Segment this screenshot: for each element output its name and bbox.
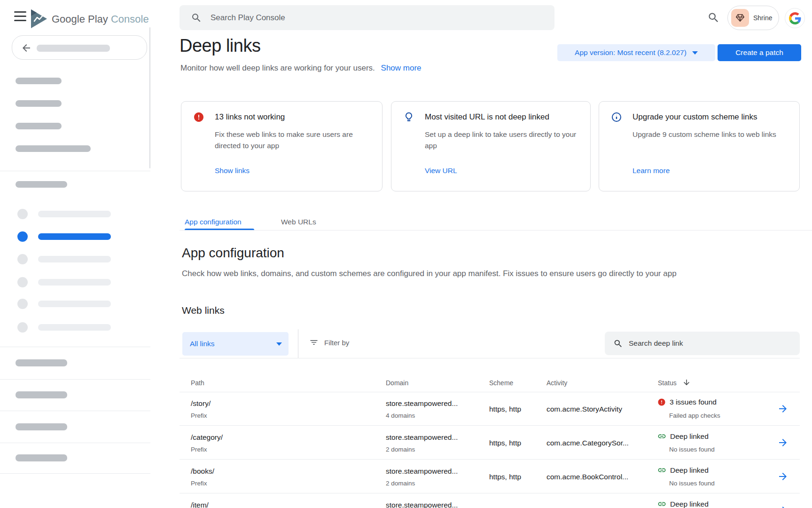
toolbar-divider [298,329,298,358]
card-most-visited-url: Most visited URL is not deep linked Set … [391,101,591,191]
column-header-domain[interactable]: Domain [386,379,408,387]
row-detail-arrow-icon[interactable] [777,471,789,482]
app-chip-name: Shrine [753,14,772,22]
row-domain-count: 4 domains [386,412,415,419]
sidebar-scrollbar[interactable] [149,27,150,168]
links-filter-value: All links [190,340,215,348]
table-row[interactable]: /item/ store.steampowered... Deep linked [180,493,800,508]
row-status: Deep linked [670,432,709,441]
page-subtitle: Monitor how well deep links are working … [180,64,422,73]
row-domain-count: 2 domains [386,480,415,487]
back-navigation[interactable] [12,35,147,60]
deep-link-search-placeholder: Search deep link [629,339,683,348]
show-links-link[interactable]: Show links [215,167,250,175]
table-row[interactable]: /books/ Prefix store.steampowered... 2 d… [180,460,800,493]
skeleton-bar [16,181,67,188]
card-title: 13 links not working [215,112,375,122]
row-path: /item/ [191,501,209,508]
sidebar: Google Play Console [0,0,150,508]
learn-more-link[interactable]: Learn more [632,167,670,175]
card-title: Upgrade your custom scheme links [632,112,792,122]
deep-link-icon [657,500,666,508]
info-icon [611,111,622,123]
dropdown-caret-icon [276,342,282,346]
hamburger-line [14,16,26,17]
column-header-path[interactable]: Path [191,379,204,387]
show-more-link[interactable]: Show more [381,64,422,72]
row-path: /story/ [191,399,211,408]
global-search-placeholder: Search Play Console [211,13,285,23]
card-links-not-working: 13 links not working Fix these web links… [181,101,383,191]
lightbulb-icon [403,111,414,123]
row-detail-arrow-icon[interactable] [777,403,789,414]
skeleton-bar [38,211,111,217]
row-path: /category/ [191,433,223,442]
google-account-avatar[interactable] [785,8,805,28]
skeleton-bar [16,423,67,430]
row-status-detail: No issues found [669,446,715,453]
tabs-divider [180,230,812,230]
skeleton-bar [38,301,111,307]
skeleton-bar [38,233,111,240]
card-title: Most visited URL is not deep linked [425,112,583,122]
row-domain-count: 2 domains [386,446,415,453]
toolbar-bottom-divider [180,358,800,358]
row-activity: com.acme.CategorySor... [547,439,629,447]
nav-item-icon-placeholder [17,322,28,333]
create-patch-button[interactable]: Create a patch [718,44,801,61]
app-thumbnail [731,9,749,27]
nav-item-icon-placeholder [17,231,28,242]
skeleton-bar [16,359,67,366]
column-header-scheme[interactable]: Scheme [489,379,513,387]
app-selector-chip[interactable]: Shrine [727,6,779,30]
tab-app-configuration[interactable]: App configuration [185,215,242,229]
shrine-diamond-icon [735,13,745,23]
row-status-detail: Failed app checks [669,412,720,419]
row-detail-arrow-icon[interactable] [777,505,789,508]
row-scheme: https, http [489,405,521,413]
app-version-dropdown[interactable]: App version: Most recent (8.2.027) [557,44,715,61]
row-status-detail: No issues found [669,480,715,487]
row-path: /books/ [191,467,214,476]
row-domain: store.steampowered... [386,433,458,442]
column-header-activity[interactable]: Activity [547,379,567,387]
search-icon-button[interactable] [707,11,720,24]
sort-descending-icon[interactable] [682,378,691,387]
nav-item-icon-placeholder [17,277,28,287]
sidebar-divider [0,411,150,411]
row-scheme: https, http [489,473,521,481]
nav-item-icon-placeholder [17,209,28,219]
play-console-logo-icon [30,9,48,29]
column-header-status[interactable]: Status [658,379,677,387]
arrow-back-icon[interactable] [21,42,32,54]
sidebar-divider [0,347,150,347]
filter-by-button[interactable]: Filter by [309,338,349,347]
row-domain: store.steampowered... [386,399,458,408]
skeleton-bar [37,45,110,52]
card-upgrade-scheme-links: Upgrade your custom scheme links Upgrade… [599,101,800,191]
row-status: Deep linked [670,500,709,508]
play-console-app: Google Play Console [0,0,812,508]
deep-link-search-input[interactable]: Search deep link [605,332,800,355]
row-status: Deep linked [670,466,709,475]
row-detail-arrow-icon[interactable] [777,437,789,448]
sidebar-divider [0,473,150,474]
table-row[interactable]: /category/ Prefix store.steampowered... … [180,426,800,460]
dropdown-caret-icon [692,51,698,55]
section-title: App configuration [182,246,284,261]
page-subtitle-text: Monitor how well deep links are working … [180,64,375,72]
skeleton-bar [16,454,67,461]
hamburger-menu-icon[interactable] [14,11,26,22]
card-body: Set up a deep link to take users directl… [425,129,578,151]
links-filter-dropdown[interactable]: All links [182,332,289,356]
skeleton-bar [16,78,62,84]
tab-web-urls[interactable]: Web URLs [281,215,316,229]
table-row[interactable]: /story/ Prefix store.steampowered... 4 d… [180,392,800,426]
page-title: Deep links [180,36,260,56]
global-search-input[interactable]: Search Play Console [180,5,554,30]
nav-item-icon-placeholder [17,254,28,264]
view-url-link[interactable]: View URL [425,167,457,175]
app-version-value: App version: Most recent (8.2.027) [575,48,687,57]
skeleton-bar [16,145,91,152]
skeleton-bar [38,324,111,331]
